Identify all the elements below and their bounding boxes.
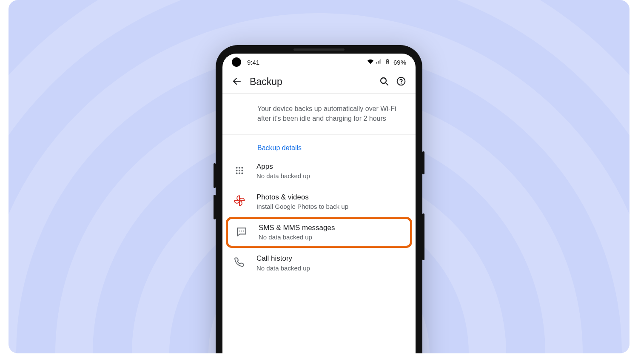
backup-item-calls[interactable]: Call history No data backed up bbox=[222, 248, 416, 278]
app-bar: Backup bbox=[222, 71, 416, 94]
svg-point-19 bbox=[241, 172, 243, 174]
svg-point-22 bbox=[243, 230, 244, 231]
backup-info: Your device backs up automatically over … bbox=[222, 94, 416, 135]
status-time: 9:41 bbox=[247, 59, 259, 66]
signal-icon bbox=[376, 59, 382, 66]
svg-point-14 bbox=[236, 170, 238, 171]
svg-line-8 bbox=[385, 82, 388, 85]
message-icon bbox=[236, 226, 247, 239]
wifi-icon bbox=[367, 59, 374, 66]
help-icon bbox=[396, 76, 406, 88]
svg-rect-2 bbox=[379, 60, 380, 63]
item-subtitle: No data backed up bbox=[256, 172, 407, 180]
svg-point-11 bbox=[236, 167, 238, 169]
arrow-back-icon bbox=[232, 76, 242, 88]
item-title: Photos & videos bbox=[256, 193, 407, 202]
phone-frame: 9:41 69% bbox=[216, 45, 422, 353]
apps-grid-icon bbox=[235, 166, 244, 177]
status-battery: 69% bbox=[393, 59, 406, 66]
svg-point-21 bbox=[241, 230, 242, 231]
svg-rect-0 bbox=[376, 62, 377, 64]
svg-point-10 bbox=[401, 82, 402, 83]
phone-icon bbox=[234, 257, 245, 269]
svg-point-16 bbox=[241, 170, 243, 171]
section-header: Backup details bbox=[222, 135, 416, 156]
battery-icon bbox=[384, 59, 391, 66]
svg-point-20 bbox=[239, 230, 240, 231]
phone-screen: 9:41 69% bbox=[222, 54, 416, 353]
item-subtitle: Install Google Photos to back up bbox=[256, 202, 407, 211]
svg-rect-1 bbox=[378, 61, 379, 63]
svg-point-17 bbox=[236, 172, 238, 174]
svg-point-15 bbox=[239, 170, 240, 171]
backup-item-apps[interactable]: Apps No data backed up bbox=[222, 156, 416, 186]
status-bar: 9:41 69% bbox=[222, 54, 416, 71]
svg-point-18 bbox=[239, 172, 240, 174]
illustration-canvas: 9:41 69% bbox=[9, 0, 629, 353]
photos-pinwheel-icon bbox=[234, 195, 245, 208]
item-title: Call history bbox=[256, 254, 407, 263]
svg-point-12 bbox=[239, 167, 240, 169]
svg-rect-5 bbox=[387, 59, 388, 59]
help-button[interactable] bbox=[393, 74, 410, 91]
item-subtitle: No data backed up bbox=[256, 264, 407, 273]
svg-point-9 bbox=[397, 77, 405, 85]
item-title: Apps bbox=[256, 162, 407, 171]
backup-item-photos[interactable]: Photos & videos Install Google Photos to… bbox=[222, 187, 416, 217]
item-subtitle: No data backed up bbox=[259, 233, 405, 242]
item-title: SMS & MMS messages bbox=[259, 223, 405, 233]
search-icon bbox=[379, 76, 389, 88]
camera-hole bbox=[232, 57, 241, 67]
svg-point-13 bbox=[241, 167, 243, 169]
page-title: Backup bbox=[250, 76, 282, 88]
backup-item-sms[interactable]: SMS & MMS messages No data backed up bbox=[226, 217, 412, 248]
svg-rect-3 bbox=[380, 59, 381, 64]
back-button[interactable] bbox=[228, 74, 245, 91]
search-button[interactable] bbox=[376, 74, 393, 91]
